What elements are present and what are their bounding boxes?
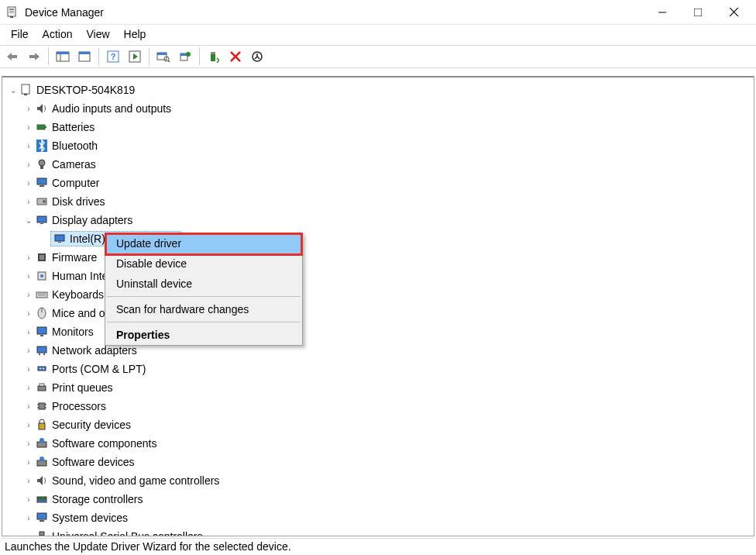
tree-category[interactable]: ›Disk drives [7, 192, 754, 211]
tree-category[interactable]: ›Processors [7, 397, 754, 415]
expand-icon[interactable]: › [22, 105, 35, 113]
svg-point-72 [40, 438, 44, 443]
ctx-uninstall-device[interactable]: Uninstall device [105, 274, 302, 294]
uninstall-button[interactable] [226, 48, 245, 65]
back-button[interactable] [3, 48, 22, 65]
category-icon [35, 399, 49, 413]
add-hardware-button[interactable] [204, 48, 223, 65]
svg-point-41 [43, 200, 46, 203]
collapse-icon[interactable]: ⌄ [7, 86, 19, 95]
ctx-update-driver[interactable]: Update driver [105, 233, 302, 253]
svg-rect-71 [37, 442, 46, 447]
svg-line-22 [168, 60, 170, 62]
ctx-properties[interactable]: Properties [105, 325, 302, 345]
maximize-button[interactable] [680, 1, 716, 24]
expand-icon[interactable]: › [22, 198, 35, 206]
expand-icon[interactable]: › [22, 477, 35, 485]
category-icon [35, 343, 49, 357]
category-icon [35, 474, 49, 488]
svg-rect-39 [40, 185, 44, 187]
category-icon [35, 325, 49, 339]
tree-category[interactable]: ›Sound, video and game controllers [7, 471, 754, 490]
expand-icon[interactable]: › [22, 253, 35, 262]
tree-category[interactable]: ›Software components [7, 434, 754, 453]
properties-toggle-button[interactable] [75, 48, 94, 65]
svg-text:?: ? [111, 52, 116, 61]
svg-rect-2 [9, 11, 14, 12]
expand-icon[interactable]: › [22, 384, 35, 392]
svg-rect-34 [45, 126, 46, 128]
svg-rect-76 [37, 500, 46, 502]
forward-button[interactable] [25, 48, 43, 65]
toolbar: ? [0, 46, 756, 68]
tree-category[interactable]: ›Bluetooth [7, 136, 754, 155]
expand-icon[interactable]: › [22, 309, 35, 318]
disable-button[interactable] [248, 48, 266, 65]
expand-icon[interactable]: › [22, 402, 35, 411]
category-icon [35, 102, 49, 115]
expand-icon[interactable]: › [22, 272, 35, 281]
svg-rect-37 [40, 166, 43, 169]
tree-category[interactable]: ›Universal Serial Bus controllers [7, 527, 754, 536]
svg-point-62 [43, 368, 44, 370]
svg-rect-80 [40, 536, 43, 536]
expand-icon[interactable]: › [22, 533, 35, 537]
svg-point-49 [40, 274, 43, 278]
tree-category[interactable]: ›Computer [7, 174, 754, 192]
expand-icon[interactable]: › [22, 142, 35, 150]
tree-category[interactable]: ›Print queues [7, 378, 754, 397]
category-icon [35, 139, 49, 153]
tree-category[interactable]: ›Cameras [7, 155, 754, 174]
category-icon [35, 455, 49, 469]
expand-icon[interactable]: › [22, 328, 35, 336]
svg-rect-78 [40, 520, 44, 522]
update-driver-button[interactable] [176, 48, 194, 65]
svg-rect-59 [43, 353, 45, 355]
ctx-scan-hardware[interactable]: Scan for hardware changes [105, 299, 302, 319]
expand-icon[interactable]: › [22, 514, 35, 522]
action-button[interactable] [125, 48, 144, 65]
tree-category[interactable]: ⌄Display adapters [7, 211, 754, 229]
show-hide-console-tree-button[interactable] [53, 48, 72, 65]
svg-rect-55 [37, 327, 46, 334]
collapse-icon[interactable]: ⌄ [22, 216, 35, 225]
menu-file[interactable]: File [11, 28, 29, 40]
tree-category[interactable]: ›System devices [7, 508, 754, 527]
close-button[interactable] [716, 1, 751, 24]
help-button[interactable]: ? [104, 48, 122, 65]
svg-rect-63 [38, 386, 46, 391]
menu-help[interactable]: Help [124, 28, 146, 40]
svg-rect-1 [9, 9, 14, 10]
status-text: Launches the Update Driver Wizard for th… [5, 540, 291, 553]
context-menu: Update driver Disable device Uninstall d… [105, 233, 303, 346]
expand-icon[interactable]: › [22, 179, 35, 188]
minimize-button[interactable] [644, 1, 680, 24]
category-icon [35, 269, 49, 283]
svg-rect-64 [40, 384, 44, 386]
svg-rect-20 [157, 53, 167, 55]
svg-rect-42 [37, 216, 46, 222]
expand-icon[interactable]: › [22, 365, 35, 374]
expand-icon[interactable]: › [22, 346, 35, 355]
menu-action[interactable]: Action [43, 28, 73, 40]
tree-root[interactable]: ⌄ DESKTOP-504K819 [7, 81, 754, 99]
tree-category[interactable]: ›Storage controllers [7, 490, 754, 508]
ctx-separator [107, 322, 301, 322]
expand-icon[interactable]: › [22, 160, 35, 169]
tree-category[interactable]: ›Software devices [7, 453, 754, 471]
svg-rect-32 [24, 94, 27, 95]
category-icon [35, 288, 49, 302]
menu-view[interactable]: View [86, 28, 109, 40]
ctx-disable-device[interactable]: Disable device [105, 253, 302, 274]
tree-category[interactable]: ›Security devices [7, 415, 754, 434]
tree-category[interactable]: ›Audio inputs and outputs [7, 99, 754, 118]
expand-icon[interactable]: › [22, 495, 35, 504]
scan-hardware-button[interactable] [154, 48, 173, 65]
expand-icon[interactable]: › [22, 421, 35, 429]
expand-icon[interactable]: › [22, 123, 35, 132]
expand-icon[interactable]: › [22, 291, 35, 299]
expand-icon[interactable]: › [22, 458, 35, 467]
expand-icon[interactable]: › [22, 440, 35, 448]
tree-category[interactable]: ›Ports (COM & LPT) [7, 360, 754, 378]
tree-category[interactable]: ›Batteries [7, 118, 754, 136]
